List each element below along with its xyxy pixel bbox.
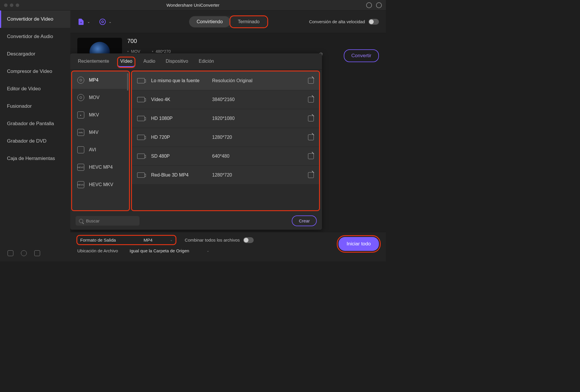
chevron-down-icon: ⌄	[170, 238, 173, 242]
clapper-icon	[77, 146, 84, 153]
format-hevc-mp4[interactable]: HEVCHEVC MP4	[72, 159, 129, 176]
video-filename: 700	[127, 38, 171, 44]
search-input[interactable]: Buscar	[76, 216, 139, 226]
edit-preset-icon[interactable]	[308, 153, 314, 159]
format-mkv[interactable]: ▸MKV	[72, 106, 129, 124]
format-m4v[interactable]: m4vM4V	[72, 124, 129, 141]
output-format-value: MP4	[144, 238, 153, 242]
sidebar-item-editor[interactable]: Editor de Video	[0, 80, 70, 98]
messages-icon[interactable]	[376, 2, 382, 8]
camcorder-icon	[137, 154, 145, 159]
search-icon	[79, 219, 83, 223]
sidebar-item-screen-recorder[interactable]: Grabador de Pantalla	[0, 115, 70, 132]
output-format-dropdown[interactable]: Formato de Salida MP4 ⌄	[77, 236, 176, 244]
format-picker-popup: Recientemente Vídeo Audio Dispositivo Ed…	[70, 53, 322, 230]
high-speed-label: Conversión de alta velocidad	[309, 19, 365, 24]
format-avi[interactable]: AVI	[72, 141, 129, 159]
user-account-icon[interactable]	[366, 2, 372, 8]
video-container: MOV	[127, 49, 140, 54]
sidebar-item-merger[interactable]: Fusionador	[0, 98, 70, 115]
hevc-icon: HEVC	[77, 181, 84, 188]
sidebar-item-dvd-burner[interactable]: Grabador de DVD	[0, 132, 70, 150]
fp-tab-device[interactable]: Dispositivo	[164, 57, 190, 67]
svg-point-0	[100, 19, 105, 25]
svg-point-1	[102, 21, 104, 23]
help-icon[interactable]	[21, 250, 27, 256]
add-file-icon[interactable]	[77, 18, 85, 26]
output-format-label: Formato de Salida	[80, 238, 126, 242]
camcorder-icon	[137, 172, 145, 178]
tab-converting[interactable]: Convirtiendo	[189, 16, 230, 27]
create-preset-button[interactable]: Crear	[292, 215, 317, 226]
resolution-3d[interactable]: Red-Blue 3D MP4 1280*720	[132, 166, 319, 185]
maximize-window[interactable]	[16, 3, 19, 7]
camcorder-icon	[137, 135, 145, 140]
start-all-button[interactable]: Iniciar todo	[339, 237, 379, 251]
resolution-480p[interactable]: SD 480P 640*480	[132, 147, 319, 166]
disc-icon	[77, 94, 84, 101]
edit-preset-icon[interactable]	[308, 116, 314, 121]
camcorder-icon	[137, 78, 145, 83]
edit-preset-icon[interactable]	[308, 78, 314, 84]
disc-icon	[77, 77, 84, 84]
file-location-label: Ubicación de Archivo	[77, 248, 123, 253]
file-location-value: Igual que la Carpeta de Origen	[130, 248, 189, 253]
chevron-down-icon: ⌄	[207, 249, 209, 253]
resolution-720p[interactable]: HD 720P 1280*720	[132, 128, 319, 147]
resolution-list: Lo mismo que la fuente Resolución Origin…	[132, 71, 319, 210]
add-file-dropdown[interactable]: ⌄	[87, 20, 90, 24]
resolution-4k[interactable]: Vídeo 4K 3840*2160	[132, 90, 319, 109]
manual-icon[interactable]	[8, 250, 13, 256]
fp-tab-recent[interactable]: Recientemente	[76, 57, 111, 67]
sidebar-item-toolbox[interactable]: Caja de Herramientas	[0, 150, 70, 167]
add-disc-dropdown[interactable]: ⌄	[109, 20, 112, 24]
minimize-window[interactable]	[10, 3, 13, 7]
video-resolution: 480*270	[152, 49, 171, 54]
format-hevc-mkv[interactable]: HEVCHEVC MKV	[72, 176, 129, 193]
resolution-same-as-source[interactable]: Lo mismo que la fuente Resolución Origin…	[132, 71, 319, 90]
camcorder-icon	[137, 97, 145, 102]
video-file-icon: ▸	[77, 112, 84, 118]
scrollbar[interactable]	[127, 73, 128, 91]
edit-preset-icon[interactable]	[308, 172, 314, 178]
sidebar-item-downloader[interactable]: Descargador	[0, 45, 70, 63]
edit-preset-icon[interactable]	[308, 134, 314, 140]
high-speed-toggle[interactable]	[368, 19, 379, 25]
resolution-1080p[interactable]: HD 1080P 1920*1080	[132, 109, 319, 128]
sidebar-item-compressor[interactable]: Compresor de Video	[0, 63, 70, 80]
tab-finished[interactable]: Terminado	[230, 16, 267, 27]
merge-files-toggle[interactable]	[243, 237, 254, 243]
app-title: Wondershare UniConverter	[167, 3, 219, 8]
file-location-dropdown[interactable]: Igual que la Carpeta de Origen ⌄	[127, 247, 212, 254]
community-icon[interactable]	[34, 250, 40, 256]
add-disc-icon[interactable]	[99, 18, 106, 26]
edit-preset-icon[interactable]	[308, 97, 314, 103]
close-window[interactable]	[4, 3, 8, 7]
sidebar-item-video-converter[interactable]: Convertidor de Video	[0, 10, 70, 28]
video-file-icon: m4v	[77, 129, 84, 136]
format-mov[interactable]: MOV	[72, 89, 129, 106]
camcorder-icon	[137, 116, 145, 121]
format-mp4[interactable]: MP4	[72, 71, 129, 89]
sidebar-item-audio-converter[interactable]: Convertidor de Audio	[0, 28, 70, 45]
fp-tab-video[interactable]: Vídeo	[118, 57, 135, 67]
merge-files-label: Combinar todos los archivos	[185, 238, 240, 242]
fp-tab-editing[interactable]: Edición	[197, 57, 216, 67]
fp-tab-audio[interactable]: Audio	[142, 57, 157, 67]
convert-button[interactable]: Convertir	[344, 49, 379, 62]
format-list: MP4 MOV ▸MKV m4vM4V AVI HEVCHEVC MP4 HEV…	[72, 71, 129, 210]
hevc-icon: HEVC	[77, 164, 84, 171]
